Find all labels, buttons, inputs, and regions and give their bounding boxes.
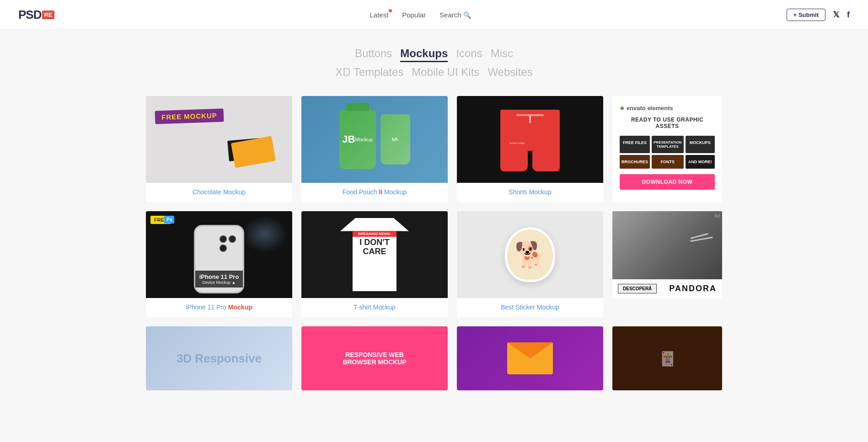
envato-download-button[interactable]: DOWNLOAD NOW <box>620 174 715 190</box>
main-content: FREE MOCKUP Chocolate Mockup JBMockup Mb… <box>137 96 731 409</box>
camera-lens-1 <box>220 235 227 243</box>
card-shorts[interactable]: KOLORBABEH Shorts Mockup <box>457 96 603 202</box>
jewelry-visual <box>690 234 718 270</box>
envato-cell-more: AND MORE! <box>686 155 715 169</box>
search-icon: 🔍 <box>463 11 471 19</box>
pandora-image-area: Ad <box>612 211 722 279</box>
card-3d-image: 3D Responsive <box>146 326 292 390</box>
card-food-pouch[interactable]: JBMockup Mb Food Pouch II Mockup <box>301 96 448 202</box>
envato-cell-fonts: FONTS <box>652 155 683 169</box>
dog-sticker: 🐕 <box>505 227 555 282</box>
nav-latest-label: Latest <box>370 11 388 19</box>
nav-popular[interactable]: Popular <box>402 11 426 19</box>
card-shorts-link[interactable]: Shorts Mockup <box>509 188 551 196</box>
card-food-pouch-title: Food Pouch II Mockup <box>301 183 448 202</box>
envato-tagline: READY TO USE GRAPHIC ASSETS <box>620 117 715 129</box>
browser-line2: BROWSER MOCKUP <box>343 358 406 366</box>
logo[interactable]: PSD RE <box>18 8 54 22</box>
tshirt-container: BREAKING NEWS: I DON'TCARE <box>338 216 411 293</box>
card-sticker-image: 🐕 <box>457 211 603 298</box>
ad-bottom-right: 🃏 <box>612 326 722 390</box>
envato-ad: ● envato elements READY TO USE GRAPHIC A… <box>612 96 722 202</box>
envato-cell-brochures: BROCHURES <box>620 155 650 169</box>
shorts-leg-left <box>500 144 528 171</box>
ad-label: Ad <box>714 213 720 218</box>
water-splash <box>242 216 288 252</box>
main-nav: Latest Popular Search 🔍 <box>370 11 471 19</box>
card-sticker[interactable]: 🐕 Best Sticker Mockup <box>457 211 603 317</box>
iphone-body: iPhone 11 Pro Device Mockup ▲ <box>194 225 244 293</box>
iphone-label: iPhone 11 Pro Device Mockup ▲ <box>195 271 243 288</box>
card-sticker-title: Best Sticker Mockup <box>457 298 603 317</box>
nav-search-label: Search <box>439 11 461 19</box>
card-food-pouch-link[interactable]: Food Pouch II Mockup <box>343 188 407 196</box>
category-nav: Buttons Mockups Icons Misc XD Templates … <box>0 30 868 96</box>
twitter-icon[interactable]: 𝕏 <box>833 10 840 20</box>
browser-line1: RESPONSIVE WEB <box>343 351 406 358</box>
card-chocolate-image: FREE MOCKUP <box>146 96 292 183</box>
envato-logo-text: envato elements <box>627 105 673 112</box>
card-shorts-title: Shorts Mockup <box>457 183 603 202</box>
pandora-woman-image: Ad <box>612 211 722 279</box>
envato-logo: ● envato elements <box>620 103 715 113</box>
breaking-news-text: BREAKING NEWS: <box>347 231 402 237</box>
card-envelope[interactable] <box>457 326 603 390</box>
card-shorts-image: KOLORBABEH <box>457 96 603 183</box>
idc-text: I DON'TCARE <box>347 238 402 256</box>
envato-cell-presentation: PRESENTATIONTEMPLATES <box>652 136 683 153</box>
camera-lens-2 <box>229 235 236 243</box>
submit-button[interactable]: + Submit <box>787 9 825 21</box>
envato-cell-mockups: MOCKUPS <box>686 136 715 153</box>
3d-text: 3D Responsive <box>177 351 262 366</box>
shorts-visual: KOLORBABEH <box>500 105 560 174</box>
tshirt-shape: BREAKING NEWS: I DON'TCARE <box>340 218 409 291</box>
iphone-cameras <box>220 235 236 252</box>
header-right: + Submit 𝕏 f <box>787 9 850 21</box>
cat-mobile-ui-kits[interactable]: Mobile UI Kits <box>412 66 479 79</box>
pandora-brand-name: PANDORA <box>669 284 717 293</box>
card-iphone-title: iPhone 11 Pro Mockup <box>146 298 292 317</box>
shorts-leg-right <box>532 144 560 171</box>
envato-cells: FREE FILES PRESENTATIONTEMPLATES MOCKUPS… <box>620 136 715 169</box>
iphone-subtitle: Device Mockup ▲ <box>198 280 240 285</box>
envelope-shape <box>507 342 553 374</box>
shorts-drawstring <box>530 116 531 123</box>
pouch-2: Mb <box>380 114 410 165</box>
card-chocolate-link[interactable]: Chocolate Mockup <box>193 188 246 196</box>
pandora-bottom-bar: DESCOPERĂ PANDORA <box>612 279 722 298</box>
nav-latest[interactable]: Latest <box>370 11 388 19</box>
card-tshirt-image: BREAKING NEWS: I DON'TCARE <box>301 211 448 298</box>
card-iphone-image: FREE Ps iPhone 11 Pro Device Mockup ▲ <box>146 211 292 298</box>
pandora-discover-button[interactable]: DESCOPERĂ <box>618 284 657 293</box>
cat-icons[interactable]: Icons <box>456 47 482 62</box>
facebook-icon[interactable]: f <box>847 10 850 20</box>
envato-banner-content: ● envato elements READY TO USE GRAPHIC A… <box>612 96 722 202</box>
cat-mockups[interactable]: Mockups <box>400 47 448 62</box>
card-chocolate[interactable]: FREE MOCKUP Chocolate Mockup <box>146 96 292 202</box>
nav-search[interactable]: Search 🔍 <box>439 11 471 19</box>
card-sticker-link[interactable]: Best Sticker Mockup <box>501 304 559 311</box>
cat-misc[interactable]: Misc <box>491 47 513 62</box>
iphone-model: iPhone 11 Pro <box>198 273 240 280</box>
card-chocolate-title: Chocolate Mockup <box>146 183 292 202</box>
card-iphone[interactable]: FREE Ps iPhone 11 Pro Device Mockup ▲ <box>146 211 292 317</box>
cat-buttons[interactable]: Buttons <box>355 47 392 62</box>
card-tshirt[interactable]: BREAKING NEWS: I DON'TCARE T-shirt Mocku… <box>301 211 448 317</box>
free-mockup-badge: FREE MOCKUP <box>155 108 224 124</box>
ad-bottom-decoration: 🃏 <box>659 351 676 367</box>
nav-dot <box>389 9 392 12</box>
grid-row-2: FREE Ps iPhone 11 Pro Device Mockup ▲ <box>146 211 722 317</box>
cat-websites[interactable]: Websites <box>488 66 532 79</box>
card-browser-mockup[interactable]: RESPONSIVE WEB BROWSER MOCKUP <box>301 326 448 390</box>
grid-row-3: 3D Responsive RESPONSIVE WEB BROWSER MOC… <box>146 326 722 390</box>
envato-dot-icon: ● <box>620 103 625 113</box>
card-iphone-link[interactable]: iPhone 11 Pro Mockup <box>186 304 252 311</box>
cat-xd-templates[interactable]: XD Templates <box>335 66 403 79</box>
card-3d-responsive[interactable]: 3D Responsive <box>146 326 292 390</box>
card-envelope-image <box>457 326 603 390</box>
logo-psd: PSD <box>18 8 41 22</box>
card-tshirt-link[interactable]: T-shirt Mockup <box>354 304 396 311</box>
browser-text: RESPONSIVE WEB BROWSER MOCKUP <box>343 351 406 366</box>
logo-re: RE <box>42 11 54 19</box>
photoshop-icon: Ps <box>164 216 174 224</box>
